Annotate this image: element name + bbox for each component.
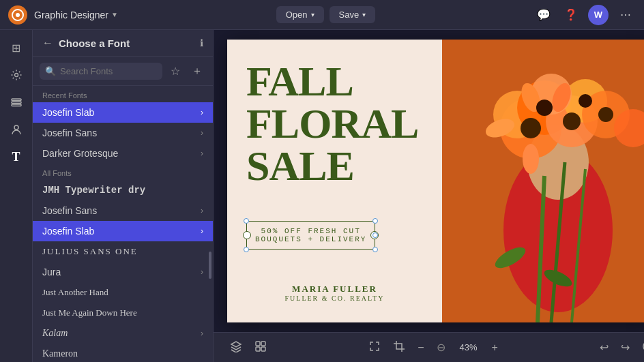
topbar-left: Graphic Designer ▼	[8, 5, 118, 25]
svg-point-6	[14, 125, 18, 130]
expand-icon: ›	[201, 149, 203, 158]
font-item-darker-grotesque[interactable]: Darker Grotesque ›	[33, 143, 213, 164]
help-icon[interactable]: ❓	[561, 5, 581, 25]
sidebar-icon-grid[interactable]: ⊞	[4, 35, 29, 60]
search-input[interactable]	[60, 66, 157, 76]
subtext-line2: BOUQUETS + DELIVERY	[255, 235, 366, 243]
expand-icon: ›	[201, 206, 203, 215]
font-item-kalam[interactable]: Kalam ›	[33, 323, 213, 344]
svg-point-22	[521, 118, 541, 138]
headline-line3: SALE	[246, 145, 423, 187]
add-font-icon[interactable]: ＋	[188, 62, 206, 80]
topbar-right: 💬 ❓ W ⋯	[533, 5, 636, 25]
svg-rect-34	[256, 347, 260, 351]
save-chevron-icon: ▾	[362, 11, 366, 18]
project-name-button[interactable]: Graphic Designer ▼	[34, 10, 118, 20]
favorites-icon[interactable]: ☆	[166, 62, 184, 80]
info-icon[interactable]: ℹ	[200, 37, 203, 48]
crop-icon[interactable]	[390, 337, 408, 358]
sidebar-icon-people[interactable]	[4, 117, 29, 142]
company-name: FULLER & CO. REALTY	[246, 295, 423, 302]
recent-fonts-label: Recent Fonts	[33, 86, 213, 102]
main-content: ⊞ T ← Choos	[0, 30, 644, 362]
all-fonts-label: All Fonts	[33, 164, 213, 180]
more-options-icon[interactable]: ⋯	[615, 5, 636, 25]
font-panel-title: Choose a Font	[59, 37, 130, 49]
svg-point-2	[14, 74, 18, 77]
subtext-line1: 50% OFF FRESH CUT	[255, 227, 366, 235]
bottom-toolbar: − ⊖ 43% + ↩ ↪	[214, 332, 644, 362]
svg-point-1	[16, 13, 20, 17]
svg-point-25	[579, 94, 592, 108]
subtext-area: 50% OFF FRESH CUT BOUQUETS + DELIVERY	[246, 221, 423, 250]
svg-rect-33	[261, 342, 265, 346]
chat-icon[interactable]: 💬	[533, 5, 554, 25]
font-item-jura[interactable]: Jura ›	[33, 262, 213, 282]
sidebar-icon-settings[interactable]	[4, 63, 29, 87]
expand-icon[interactable]	[366, 337, 383, 358]
font-panel-header: ← Choose a Font ℹ	[33, 30, 213, 57]
toolbar-right: ↩ ↪	[597, 337, 644, 358]
svg-point-26	[598, 107, 613, 122]
open-button[interactable]: Open ▾	[276, 6, 324, 23]
font-item-josefin-sans-all[interactable]: Josefin Sans ›	[33, 200, 213, 221]
subtext-box: 50% OFF FRESH CUT BOUQUETS + DELIVERY	[246, 221, 375, 250]
canvas-area: FALL FLORAL SALE 50% OFF	[214, 30, 644, 362]
back-button[interactable]: ←	[42, 37, 53, 49]
history-icon[interactable]	[639, 337, 644, 358]
svg-point-23	[536, 100, 553, 116]
zoom-separator: ⊖	[434, 338, 448, 357]
sidebar-icon-layers[interactable]	[4, 90, 29, 115]
save-button[interactable]: Save ▾	[330, 6, 376, 23]
canvas-left: FALL FLORAL SALE 50% OFF	[227, 40, 442, 322]
font-item-josefin-slab-all[interactable]: Josefin Slab ›	[33, 221, 213, 241]
font-item-just-another-hand[interactable]: Just Another Hand	[33, 282, 213, 303]
sidebar-icon-text[interactable]: T	[4, 145, 29, 169]
svg-rect-3	[12, 99, 21, 101]
headline: FALL FLORAL SALE	[246, 60, 423, 187]
avatar[interactable]: W	[588, 5, 609, 25]
zoom-out-icon[interactable]: −	[415, 339, 426, 357]
zoom-in-icon[interactable]: +	[489, 339, 501, 357]
project-chevron-icon: ▼	[111, 11, 118, 18]
svg-rect-35	[261, 347, 265, 351]
font-item-josefin-sans-recent[interactable]: Josefin Sans ›	[33, 123, 213, 143]
svg-point-21	[523, 144, 539, 174]
search-icon: 🔍	[45, 66, 56, 76]
author-name: MARIA FULLER	[246, 284, 423, 295]
scrollbar-indicator	[209, 252, 211, 279]
font-item-just-me-again[interactable]: Just Me Again Down Here	[33, 303, 213, 323]
redo-icon[interactable]: ↪	[618, 338, 632, 357]
toolbar-center: − ⊖ 43% +	[366, 337, 501, 358]
expand-icon: ›	[201, 108, 203, 117]
font-item-kameron[interactable]: Kameron	[33, 344, 213, 362]
canvas-right	[442, 40, 644, 322]
expand-icon: ›	[201, 226, 203, 236]
font-item-jmh-typewriter[interactable]: JMH Typewriter dry	[33, 180, 213, 200]
icon-sidebar: ⊞ T	[0, 30, 33, 362]
design-canvas: FALL FLORAL SALE 50% OFF	[227, 40, 644, 322]
canvas-wrapper[interactable]: FALL FLORAL SALE 50% OFF	[214, 30, 644, 332]
font-panel-title-row: ← Choose a Font	[42, 37, 130, 49]
expand-icon: ›	[201, 128, 203, 138]
topbar: Graphic Designer ▼ Open ▾ Save ▾ 💬 ❓ W ⋯	[0, 0, 644, 30]
font-item-josefin-slab-recent[interactable]: Josefin Slab ›	[33, 102, 213, 123]
expand-icon: ›	[201, 329, 203, 338]
open-chevron-icon: ▾	[311, 11, 314, 18]
undo-icon[interactable]: ↩	[597, 338, 611, 357]
headline-line1: FALL	[246, 60, 423, 102]
font-item-julius-sans-one[interactable]: JULIUS SANS ONE	[33, 241, 213, 262]
grid-toolbar-icon[interactable]	[252, 337, 269, 358]
font-panel: ← Choose a Font ℹ 🔍 ☆ ＋ Recent Fonts Jos…	[33, 30, 214, 362]
search-row: 🔍 ☆ ＋	[33, 57, 213, 86]
zoom-display: 43%	[455, 342, 482, 352]
font-list: Recent Fonts Josefin Slab › Josefin Sans…	[33, 86, 213, 362]
svg-rect-4	[12, 102, 21, 104]
svg-point-24	[563, 112, 581, 130]
headline-line2: FLORAL	[246, 102, 423, 145]
layers-toolbar-icon[interactable]	[227, 337, 245, 358]
expand-icon: ›	[201, 267, 203, 277]
topbar-center: Open ▾ Save ▾	[276, 6, 375, 23]
search-box: 🔍	[40, 63, 162, 80]
svg-rect-5	[12, 104, 21, 106]
